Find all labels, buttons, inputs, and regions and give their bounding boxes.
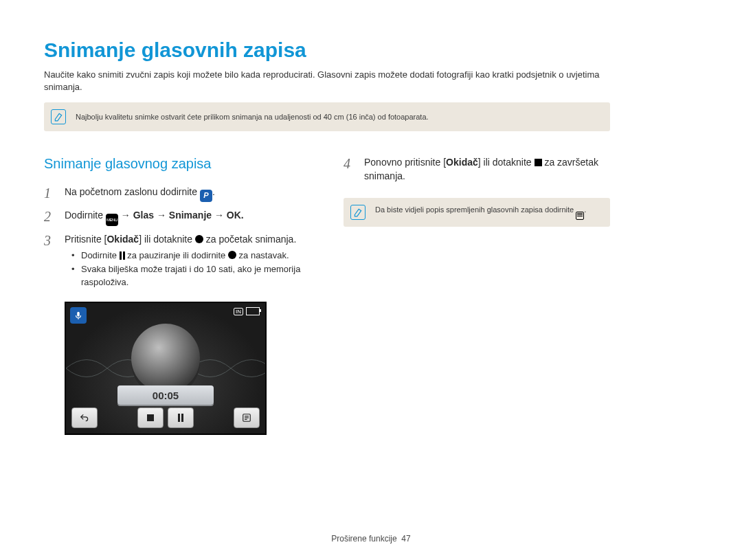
step-number: 1	[44, 186, 55, 201]
step-2: 2 Dodirnite MENU → Glas → Snimanje → OK.	[44, 209, 311, 226]
microphone-graphic: 00:05	[124, 324, 207, 392]
bullet1-c: za nastavak.	[236, 250, 289, 260]
intro-text: Naučite kako snimiti zvučni zapis koji m…	[44, 69, 610, 93]
mic-badge-icon	[70, 307, 87, 324]
note-icon	[51, 109, 66, 124]
left-column: Snimanje glasovnog zapisa 1 Na početnom …	[44, 156, 311, 435]
tip-text-2: Da biste vidjeli popis spremljenih glaso…	[375, 205, 586, 220]
footer-section: Proširene funkcije	[331, 534, 396, 544]
step-body: Ponovno pritisnite [Okidač] ili dotaknit…	[364, 156, 610, 183]
step-3: 3 Pritisnite [Okidač] ili dotaknite za p…	[44, 233, 311, 291]
step-number: 3	[44, 233, 55, 248]
step2-path: → Glas → Snimanje →	[121, 210, 227, 221]
step3-text-c: za početak snimanja.	[203, 234, 296, 245]
step-number: 2	[44, 209, 55, 224]
note-icon	[350, 205, 366, 220]
tip-text-1: Najbolju kvalitetu snimke ostvarit ćete …	[76, 113, 429, 121]
bullet1-a: Dodirnite	[81, 250, 120, 260]
section-heading: Snimanje glasovnog zapisa	[44, 156, 311, 172]
timer-display: 00:05	[117, 385, 214, 405]
menu-icon: MENU	[106, 214, 118, 226]
tip-box-2: Da biste vidjeli popis spremljenih glaso…	[344, 198, 610, 227]
step-4: 4 Ponovno pritisnite [Okidač] ili dotakn…	[344, 156, 610, 183]
bullet-2: Svaka bilješka može trajati i do 10 sati…	[74, 263, 311, 289]
step-1: 1 Na početnom zaslonu dodirnite P.	[44, 186, 311, 202]
recorder-toolbar	[71, 407, 260, 428]
home-p-icon: P	[200, 190, 212, 202]
step1-text: Na početnom zaslonu dodirnite	[65, 186, 200, 197]
battery-icon	[246, 307, 260, 315]
recordings-list-button[interactable]	[234, 407, 260, 428]
step3-text-b: ] ili dotaknite	[139, 234, 195, 245]
step-number: 4	[344, 156, 355, 171]
record-dot-icon	[228, 251, 236, 259]
footer-page-number: 47	[401, 534, 410, 544]
step-body: Na početnom zaslonu dodirnite P.	[65, 186, 215, 202]
step2-text-a: Dodirnite	[65, 210, 106, 221]
stop-button[interactable]	[137, 407, 164, 428]
storage-indicator: IN	[234, 308, 243, 315]
back-button[interactable]	[71, 407, 98, 428]
list-icon	[576, 212, 584, 220]
right-column: 4 Ponovno pritisnite [Okidač] ili dotakn…	[344, 156, 610, 435]
step4-text-a: Ponovno pritisnite [	[364, 157, 446, 168]
step4-text-b: ] ili dotaknite	[478, 157, 535, 168]
page-content: Snimanje glasovnih zapisa Naučite kako s…	[0, 0, 654, 451]
tip-box-1: Najbolju kvalitetu snimke ostvarit ćete …	[44, 102, 610, 131]
recorder-screenshot: IN 00:05	[65, 302, 267, 435]
bullet-1: Dodirnite za pauziranje ili dodirnite za…	[74, 249, 311, 262]
step3-bullets: Dodirnite za pauziranje ili dodirnite za…	[65, 249, 311, 290]
bullet1-b: za pauziranje ili dodirnite	[125, 250, 228, 260]
record-dot-icon	[195, 235, 203, 243]
status-bar: IN	[234, 307, 260, 315]
step-body: Pritisnite [Okidač] ili dotaknite za poč…	[65, 233, 311, 291]
stop-square-icon	[535, 159, 542, 166]
step4-bold: Okidač	[446, 157, 478, 168]
two-column-layout: Snimanje glasovnog zapisa 1 Na početnom …	[44, 156, 610, 435]
step3-bold: Okidač	[106, 234, 139, 245]
page-footer: Proširene funkcije 47	[0, 534, 742, 544]
pause-button[interactable]	[168, 407, 194, 428]
step-body: Dodirnite MENU → Glas → Snimanje → OK.	[65, 209, 244, 226]
pause-icon	[120, 251, 125, 260]
ok-icon: OK	[227, 210, 241, 221]
step3-text-a: Pritisnite [	[65, 234, 106, 245]
page-title: Snimanje glasovnih zapisa	[44, 38, 610, 62]
svg-rect-0	[77, 312, 80, 317]
tip2-text: Da biste vidjeli popis spremljenih glaso…	[375, 205, 576, 214]
